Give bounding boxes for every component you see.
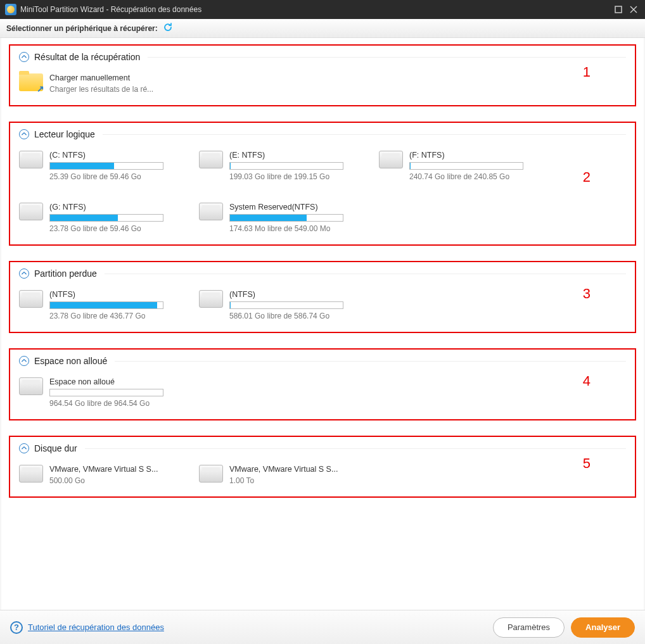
usage-bar [49, 162, 163, 170]
device-item[interactable]: (NTFS)586.01 Go libre de 586.74 Go [199, 290, 364, 320]
device-item[interactable]: (F: NTFS)240.74 Go libre de 240.85 Go [379, 151, 544, 181]
help-icon[interactable]: ? [10, 621, 23, 634]
items-row: (NTFS)23.78 Go libre de 436.77 Go(NTFS)5… [19, 290, 626, 320]
item-name: Espace non alloué [49, 377, 184, 386]
usage-bar [229, 162, 343, 170]
drive-icon [19, 203, 43, 220]
close-button[interactable] [627, 3, 640, 16]
drive-icon [199, 465, 223, 483]
drive-icon [199, 151, 223, 168]
device-item[interactable]: Espace non alloué964.54 Go libre de 964.… [19, 377, 184, 408]
collapse-icon[interactable] [19, 52, 29, 62]
section-header: Espace non alloué [19, 356, 626, 366]
subheader-label: Sélectionner un périphérique à récupérer… [6, 24, 158, 33]
usage-bar-fill [50, 215, 118, 221]
drive-icon [19, 290, 43, 308]
drive-icon [379, 151, 403, 168]
section-header: Disque dur [19, 443, 626, 453]
usage-bar-fill [50, 163, 114, 169]
item-name: (NTFS) [49, 290, 184, 299]
items-row: (C: NTFS)25.39 Go libre de 59.46 Go(E: N… [19, 151, 626, 233]
item-name: (C: NTFS) [49, 151, 184, 160]
section-box: Espace non alloué4Espace non alloué964.5… [9, 348, 636, 420]
settings-button[interactable]: Paramètres [493, 617, 565, 638]
device-item[interactable]: (E: NTFS)199.03 Go libre de 199.15 Go [199, 151, 364, 181]
item-name: (E: NTFS) [229, 151, 364, 160]
section-divider [105, 274, 626, 274]
svg-rect-0 [615, 6, 622, 13]
device-item[interactable]: (G: NTFS)23.78 Go libre de 59.46 Go [19, 203, 184, 233]
drive-icon [199, 203, 223, 220]
annotation-number: 4 [583, 373, 591, 389]
drive-icon [199, 290, 223, 308]
item-subtext: 174.63 Mo libre de 549.00 Mo [229, 224, 364, 233]
footer: ? Tutoriel de récupération des données P… [0, 610, 645, 644]
drive-icon [19, 151, 43, 168]
device-item[interactable]: VMware, VMware Virtual S S...500.00 Go [19, 465, 184, 485]
collapse-icon[interactable] [19, 268, 29, 279]
section-box: Partition perdue3(NTFS)23.78 Go libre de… [9, 261, 636, 333]
item-subtext: 23.78 Go libre de 436.77 Go [49, 312, 184, 320]
section-box: Disque dur5VMware, VMware Virtual S S...… [9, 436, 636, 498]
section-title: Résultat de la récupération [34, 52, 140, 62]
drive-icon [19, 377, 43, 395]
refresh-button[interactable] [163, 22, 173, 34]
section-box: Résultat de la récupération1Charger manu… [9, 44, 636, 106]
load-manually-item[interactable]: Charger manuellementCharger les résultat… [19, 73, 184, 94]
item-name: VMware, VMware Virtual S S... [229, 465, 364, 474]
device-item[interactable]: (C: NTFS)25.39 Go libre de 59.46 Go [19, 151, 184, 181]
usage-bar [49, 301, 163, 309]
folder-icon [19, 73, 43, 91]
item-subtext: 964.54 Go libre de 964.54 Go [49, 399, 184, 408]
device-item[interactable]: (NTFS)23.78 Go libre de 436.77 Go [19, 290, 184, 320]
item-name: (NTFS) [229, 290, 364, 299]
items-row: Espace non alloué964.54 Go libre de 964.… [19, 377, 626, 408]
section-divider [115, 361, 626, 362]
subheader: Sélectionner un périphérique à récupérer… [0, 19, 645, 38]
usage-bar [229, 214, 343, 222]
section-divider [85, 448, 626, 449]
section-divider [148, 57, 626, 58]
usage-bar [409, 162, 523, 170]
item-subtext: 586.01 Go libre de 586.74 Go [229, 312, 364, 320]
section-title: Espace non alloué [34, 356, 107, 366]
usage-bar-fill [50, 302, 157, 308]
window-title: MiniTool Partition Wizard - Récupération… [20, 5, 201, 14]
analyze-button[interactable]: Analyser [571, 617, 635, 638]
device-item[interactable]: System Reserved(NTFS)174.63 Mo libre de … [199, 203, 364, 233]
item-subtext: 500.00 Go [49, 476, 184, 485]
app-logo-icon [5, 4, 16, 15]
collapse-icon[interactable] [19, 356, 29, 366]
section-box: Lecteur logique2(C: NTFS)25.39 Go libre … [9, 122, 636, 246]
usage-bar [229, 301, 343, 309]
item-name: System Reserved(NTFS) [229, 203, 364, 212]
items-row: Charger manuellementCharger les résultat… [19, 73, 626, 94]
section-header: Résultat de la récupération [19, 52, 626, 62]
tutorial-link[interactable]: Tutoriel de récupération des données [28, 622, 164, 632]
section-title: Lecteur logique [34, 129, 95, 139]
item-subtext: 23.78 Go libre de 59.46 Go [49, 224, 184, 233]
item-subtext: 1.00 To [229, 476, 364, 485]
item-subtext: 240.74 Go libre de 240.85 Go [409, 172, 544, 181]
maximize-button[interactable] [612, 3, 625, 16]
usage-bar [49, 214, 163, 222]
items-row: VMware, VMware Virtual S S...500.00 GoVM… [19, 465, 626, 485]
item-subtext: 199.03 Go libre de 199.15 Go [229, 172, 364, 181]
section-title: Disque dur [34, 443, 77, 453]
section-divider [103, 134, 626, 135]
collapse-icon[interactable] [19, 129, 29, 139]
item-name: VMware, VMware Virtual S S... [49, 465, 184, 474]
collapse-icon[interactable] [19, 443, 29, 453]
section-title: Partition perdue [34, 268, 97, 279]
annotation-number: 3 [583, 286, 591, 302]
item-subtext: 25.39 Go libre de 59.46 Go [49, 172, 184, 181]
device-list[interactable]: Résultat de la récupération1Charger manu… [1, 38, 644, 610]
device-item[interactable]: VMware, VMware Virtual S S...1.00 To [199, 465, 364, 485]
item-subtext: Charger les résultats de la ré... [49, 85, 184, 94]
item-name: Charger manuellement [49, 73, 184, 82]
drive-icon [19, 465, 43, 483]
section-header: Lecteur logique [19, 129, 626, 139]
usage-bar [49, 389, 163, 396]
item-name: (F: NTFS) [409, 151, 544, 160]
annotation-number: 5 [583, 455, 591, 472]
